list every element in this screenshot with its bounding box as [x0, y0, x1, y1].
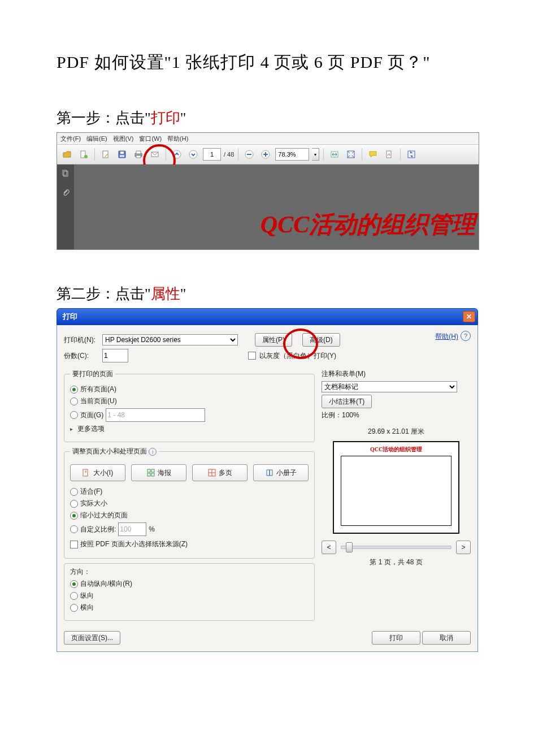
preview-page-label: 第 1 页，共 48 页 [322, 558, 471, 567]
printer-label: 打印机(N): [64, 335, 99, 345]
edit-icon[interactable] [99, 148, 112, 161]
step2-prefix: 第二步：点击" [57, 286, 151, 302]
open-icon[interactable] [60, 148, 74, 161]
page-number-input[interactable] [203, 148, 221, 161]
sign-icon[interactable] [383, 148, 396, 161]
page-range-group: 要打印的页面 所有页面(A) 当前页面(U) 页面( [64, 369, 315, 442]
radio-current-page-label: 当前页面(U) [80, 396, 117, 406]
svg-rect-5 [120, 155, 124, 157]
more-options[interactable]: 更多选项 [70, 424, 309, 434]
thumbnails-icon[interactable] [61, 169, 70, 180]
radio-fit[interactable] [70, 488, 78, 496]
menu-help[interactable]: 帮助(H) [167, 135, 188, 143]
page-total-label: / 48 [224, 151, 234, 158]
radio-shrink[interactable] [70, 512, 78, 520]
grayscale-checkbox[interactable] [248, 352, 256, 360]
preview-prev-button[interactable]: < [322, 541, 336, 554]
read-mode-icon[interactable] [405, 148, 418, 161]
svg-point-1 [84, 155, 88, 158]
radio-actual[interactable] [70, 500, 78, 508]
svg-rect-21 [63, 170, 67, 175]
page-range-input[interactable] [106, 408, 205, 422]
info-icon[interactable]: i [149, 448, 157, 456]
page-range-legend: 要打印的页面 [70, 369, 115, 379]
step1-keyword: 打印 [151, 110, 180, 126]
help-link[interactable]: 帮助(H) [435, 332, 458, 342]
radio-pages[interactable] [70, 411, 78, 419]
menu-view[interactable]: 视图(V) [113, 135, 134, 143]
print-dialog: 打印 ✕ 帮助(H) ? 打印机(N): HP Deskjet D2600 se… [57, 308, 478, 652]
size-icon [83, 469, 90, 477]
preview-next-button[interactable]: > [456, 541, 471, 554]
step1-prefix: 第一步：点击" [57, 110, 151, 126]
paper-source-checkbox[interactable] [70, 541, 78, 548]
zoom-dropdown-icon[interactable]: ▾ [312, 148, 319, 161]
grayscale-label: 以灰度（黑白色）打印(Y) [259, 351, 336, 361]
comment-icon[interactable] [366, 148, 380, 161]
pdf-viewer-screenshot: 文件(F) 编辑(E) 视图(V) 窗口(W) 帮助(H) [57, 132, 479, 250]
fit-page-icon[interactable] [344, 148, 358, 161]
cancel-button[interactable]: 取消 [422, 631, 471, 645]
scale-readout-label: 比例：100% [322, 411, 359, 420]
menu-file[interactable]: 文件(F) [60, 135, 81, 143]
tab-booklet[interactable]: 小册子 [253, 464, 309, 481]
tab-poster[interactable]: 海报 [131, 464, 186, 481]
menu-edit[interactable]: 编辑(E) [86, 135, 107, 143]
properties-button[interactable]: 属性(P) [255, 333, 292, 347]
radio-current-page[interactable] [70, 398, 78, 405]
page-down-icon[interactable] [186, 148, 200, 161]
svg-point-11 [189, 150, 197, 158]
annotations-select[interactable]: 文档和标记 [322, 381, 457, 392]
annotations-legend: 注释和表单(M) [322, 369, 471, 379]
radio-fit-label: 适合(F) [80, 487, 102, 496]
zoom-out-icon[interactable] [242, 148, 256, 161]
radio-all-pages[interactable] [70, 386, 78, 394]
multiple-icon [208, 469, 216, 477]
create-icon[interactable] [77, 148, 90, 161]
tab-multiple[interactable]: 多页 [192, 464, 248, 481]
svg-rect-22 [64, 171, 68, 176]
radio-orient-landscape-label: 横向 [80, 603, 94, 612]
svg-rect-16 [265, 152, 266, 157]
orientation-group: 方向： 自动纵向/横向(R) 纵向 横向 [64, 563, 315, 621]
radio-pages-label: 页面(G) [80, 411, 103, 420]
help-icon[interactable]: ? [461, 331, 471, 341]
page-handling-group: 调整页面大小和处理页面 i 大小(I) 海报 [64, 447, 315, 559]
print-button[interactable]: 打印 [372, 631, 420, 645]
tab-size[interactable]: 大小(I) [70, 464, 125, 481]
preview-slider[interactable] [341, 546, 451, 549]
radio-orient-auto[interactable] [70, 580, 78, 588]
radio-orient-landscape[interactable] [70, 604, 78, 612]
menu-window[interactable]: 窗口(W) [139, 135, 162, 143]
printer-select[interactable]: HP Deskjet D2600 series [102, 334, 238, 345]
radio-custom-scale[interactable] [70, 525, 78, 533]
copies-input[interactable] [102, 349, 128, 362]
radio-orient-auto-label: 自动纵向/横向(R) [80, 579, 132, 589]
slider-thumb-icon[interactable] [346, 542, 353, 552]
email-icon[interactable] [148, 148, 162, 161]
page-setup-button[interactable]: 页面设置(S)... [64, 631, 120, 645]
close-icon[interactable]: ✕ [463, 311, 475, 322]
advanced-button[interactable]: 高级(D) [302, 333, 340, 347]
document-area: QCC活动的组织管理 [74, 165, 479, 249]
poster-icon [147, 469, 155, 477]
page-up-icon[interactable] [170, 148, 184, 161]
radio-orient-portrait[interactable] [70, 592, 78, 600]
fit-width-icon[interactable] [328, 148, 341, 161]
zoom-in-icon[interactable] [259, 148, 272, 161]
radio-custom-scale-label: 自定义比例: [80, 525, 116, 534]
radio-actual-label: 实际大小 [80, 499, 107, 508]
sidebar [57, 165, 74, 249]
summarize-comments-button[interactable]: 小结注释(T) [322, 395, 372, 408]
annotations-group: 注释和表单(M) 文档和标记 小结注释(T) 比例：100% [322, 369, 471, 422]
custom-scale-input[interactable] [118, 522, 146, 536]
zoom-input[interactable] [275, 148, 309, 161]
attachments-icon[interactable] [61, 188, 70, 200]
print-icon[interactable] [132, 148, 145, 161]
radio-all-pages-label: 所有页面(A) [80, 385, 116, 394]
step2-suffix: " [180, 286, 186, 302]
toolbar: / 48 ▾ [57, 145, 479, 165]
save-icon[interactable] [115, 148, 129, 161]
svg-rect-20 [408, 151, 415, 158]
svg-rect-26 [147, 473, 150, 476]
